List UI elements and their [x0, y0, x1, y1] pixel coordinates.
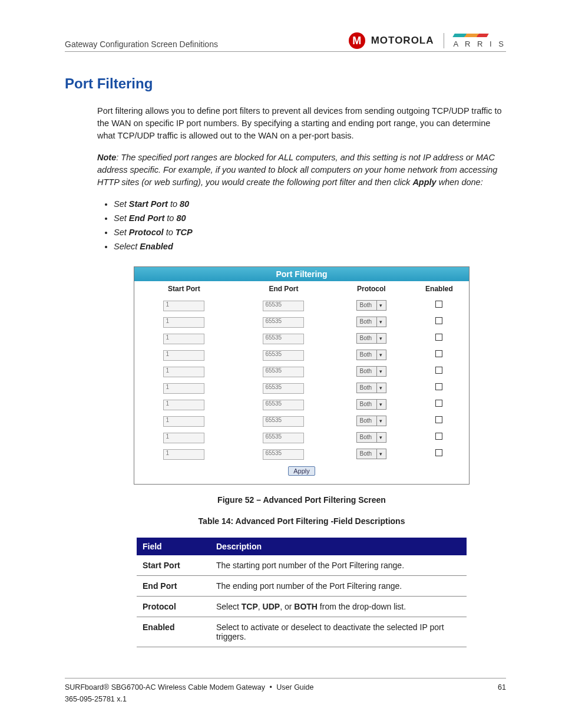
- chevron-down-icon: ▾: [376, 383, 386, 393]
- table-caption: Table 14: Advanced Port Filtering -Field…: [97, 516, 506, 526]
- chevron-down-icon: ▾: [376, 317, 386, 327]
- instruction-list: Set Start Port to 80Set End Port to 80Se…: [97, 199, 506, 251]
- chevron-down-icon: ▾: [376, 449, 386, 459]
- section-title: Port Filtering: [65, 75, 506, 92]
- start-port-input[interactable]: 1: [163, 416, 204, 427]
- start-port-input[interactable]: 1: [163, 449, 204, 460]
- table-row: 165535Both▾: [134, 379, 469, 396]
- enabled-checkbox[interactable]: [435, 433, 442, 440]
- enabled-checkbox[interactable]: [435, 383, 442, 390]
- desc-head-field: Field: [137, 538, 210, 555]
- protocol-select[interactable]: Both▾: [356, 399, 387, 410]
- port-filtering-screenshot: Port Filtering Start Port End Port Proto…: [134, 266, 470, 485]
- protocol-select[interactable]: Both▾: [356, 416, 387, 426]
- protocol-select[interactable]: Both▾: [356, 432, 387, 443]
- motorola-wordmark: MOTOROLA: [371, 35, 434, 47]
- port-filter-table: Start Port End Port Protocol Enabled 165…: [134, 281, 469, 484]
- field-desc: Select TCP, UDP, or BOTH from the drop-d…: [210, 597, 467, 617]
- enabled-checkbox[interactable]: [435, 334, 442, 341]
- apply-button[interactable]: Apply: [288, 466, 315, 476]
- note-tail: when done:: [437, 177, 483, 187]
- chevron-down-icon: ▾: [376, 301, 386, 310]
- chevron-down-icon: ▾: [376, 350, 386, 360]
- protocol-select[interactable]: Both▾: [356, 350, 387, 360]
- page-number: 61: [498, 683, 506, 691]
- end-port-input[interactable]: 65535: [263, 449, 304, 460]
- list-item: Select Enabled: [114, 242, 506, 251]
- end-port-input[interactable]: 65535: [263, 400, 304, 410]
- field-name: Start Port: [137, 555, 210, 576]
- end-port-input[interactable]: 65535: [263, 416, 304, 427]
- col-protocol: Protocol: [333, 281, 409, 297]
- footer-product-line: SURFboard® SBG6700-AC Wireless Cable Mod…: [65, 683, 314, 691]
- table-row: 165535Both▾: [134, 330, 469, 346]
- start-port-input[interactable]: 1: [163, 367, 204, 377]
- chevron-down-icon: ▾: [376, 367, 386, 376]
- end-port-input[interactable]: 65535: [263, 433, 304, 443]
- end-port-input[interactable]: 65535: [263, 383, 304, 394]
- table-row: 165535Both▾: [134, 313, 469, 330]
- end-port-input[interactable]: 65535: [263, 350, 304, 361]
- table-row: EnabledSelect to activate or deselect to…: [137, 617, 467, 647]
- field-description-table: Field Description Start PortThe starting…: [137, 538, 467, 647]
- table-row: 165535Both▾: [134, 396, 469, 412]
- start-port-input[interactable]: 1: [163, 301, 204, 311]
- start-port-input[interactable]: 1: [163, 400, 204, 410]
- end-port-input[interactable]: 65535: [263, 367, 304, 377]
- doc-number: 365-095-25781 x.1: [65, 695, 506, 703]
- enabled-checkbox[interactable]: [435, 301, 442, 308]
- list-item: Set Protocol to TCP: [114, 228, 506, 237]
- start-port-input[interactable]: 1: [163, 433, 204, 443]
- chevron-down-icon: ▾: [376, 400, 386, 409]
- note-paragraph: Note: The specified port ranges are bloc…: [97, 151, 506, 189]
- motorola-icon: M: [349, 32, 365, 49]
- table-row: 165535Both▾: [134, 297, 469, 313]
- footer-dot: •: [269, 683, 272, 691]
- arris-wordmark: A R R I S: [454, 34, 506, 48]
- start-port-input[interactable]: 1: [163, 317, 204, 328]
- start-port-input[interactable]: 1: [163, 383, 204, 394]
- protocol-select[interactable]: Both▾: [356, 300, 387, 311]
- brand-divider: [444, 33, 444, 48]
- protocol-select[interactable]: Both▾: [356, 333, 387, 344]
- brand-logos: M MOTOROLA A R R I S: [349, 32, 506, 49]
- protocol-select[interactable]: Both▾: [356, 449, 387, 459]
- footer-guide: User Guide: [276, 683, 313, 691]
- enabled-checkbox[interactable]: [435, 367, 442, 374]
- note-lead: Note: [97, 153, 116, 162]
- enabled-checkbox[interactable]: [435, 317, 442, 324]
- field-desc: The ending port number of the Port Filte…: [210, 576, 467, 597]
- table-row: 165535Both▾: [134, 429, 469, 445]
- chevron-down-icon: ▾: [376, 416, 386, 426]
- protocol-select[interactable]: Both▾: [356, 366, 387, 377]
- field-name: Enabled: [137, 617, 210, 647]
- field-desc: The starting port number of the Port Fil…: [210, 555, 467, 576]
- list-item: Set End Port to 80: [114, 213, 506, 223]
- page-header: Gateway Configuration Screen Definitions…: [65, 32, 506, 52]
- end-port-input[interactable]: 65535: [263, 301, 304, 311]
- protocol-select[interactable]: Both▾: [356, 383, 387, 393]
- field-desc: Select to activate or deselect to deacti…: [210, 617, 467, 647]
- end-port-input[interactable]: 65535: [263, 317, 304, 328]
- page-footer: SURFboard® SBG6700-AC Wireless Cable Mod…: [65, 678, 506, 703]
- enabled-checkbox[interactable]: [435, 449, 442, 456]
- start-port-input[interactable]: 1: [163, 334, 204, 344]
- end-port-input[interactable]: 65535: [263, 334, 304, 344]
- enabled-checkbox[interactable]: [435, 416, 442, 423]
- field-name: End Port: [137, 576, 210, 597]
- start-port-input[interactable]: 1: [163, 350, 204, 361]
- table-row: 165535Both▾: [134, 445, 469, 462]
- chevron-down-icon: ▾: [376, 433, 386, 442]
- note-apply: Apply: [412, 177, 436, 187]
- desc-head-desc: Description: [210, 538, 467, 555]
- enabled-checkbox[interactable]: [435, 400, 442, 407]
- col-end-port: End Port: [234, 281, 333, 297]
- breadcrumb: Gateway Configuration Screen Definitions: [65, 39, 218, 49]
- table-row: Start PortThe starting port number of th…: [137, 555, 467, 576]
- col-start-port: Start Port: [134, 281, 234, 297]
- field-name: Protocol: [137, 597, 210, 617]
- enabled-checkbox[interactable]: [435, 350, 442, 357]
- figure-caption: Figure 52 – Advanced Port Filtering Scre…: [97, 495, 506, 505]
- table-row: End PortThe ending port number of the Po…: [137, 576, 467, 597]
- protocol-select[interactable]: Both▾: [356, 317, 387, 327]
